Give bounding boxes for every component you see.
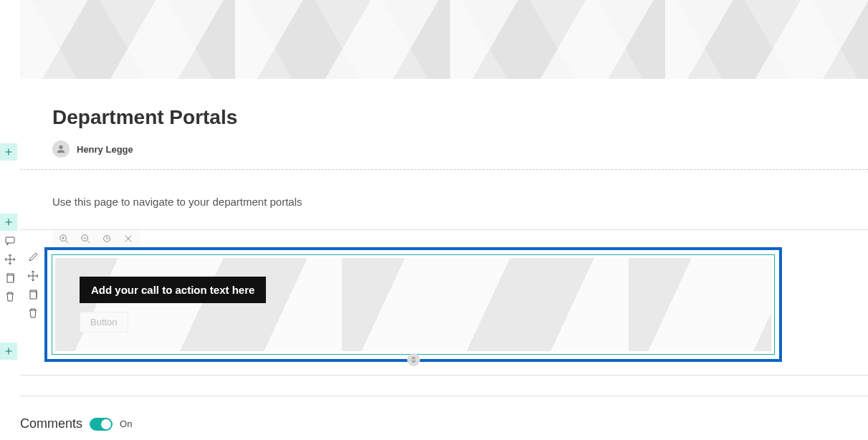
svg-point-0 [59,145,62,149]
reset-icon[interactable] [101,233,113,244]
svg-rect-1 [6,237,14,243]
page-description[interactable]: Use this page to navigate to your depart… [52,196,836,208]
comment-icon[interactable] [3,234,17,248]
cta-hero: Add your call to action text here Button [55,258,771,351]
comments-label: Comments [20,416,82,431]
cta-webpart-selected[interactable]: Add your call to action text here Button [44,247,782,362]
comments-toggle-state: On [120,419,132,429]
delete-icon[interactable] [26,306,40,320]
cta-text[interactable]: Add your call to action text here [80,277,266,303]
zoom-out-icon[interactable] [80,233,91,244]
author-name: Henry Legge [77,144,133,155]
image-toolbar [52,230,140,247]
close-icon[interactable] [123,233,134,244]
page-title[interactable]: Department Portals [52,106,796,129]
copy-icon[interactable] [3,271,17,285]
delete-icon[interactable] [3,290,17,304]
copy-icon[interactable] [26,287,40,302]
hero-banner [20,0,868,79]
move-icon[interactable] [3,252,17,267]
add-section-button[interactable] [0,143,17,161]
zoom-in-icon[interactable] [58,233,70,244]
author-avatar [52,140,70,158]
svg-rect-6 [30,292,37,299]
comments-toggle[interactable] [90,418,113,431]
edit-icon[interactable] [26,250,40,264]
divider [20,169,868,170]
drag-handle-icon[interactable] [407,353,420,366]
svg-rect-2 [7,275,14,282]
move-icon[interactable] [26,269,40,283]
add-section-button[interactable] [0,343,17,360]
cta-button[interactable]: Button [80,312,128,333]
add-section-button[interactable] [0,214,17,231]
